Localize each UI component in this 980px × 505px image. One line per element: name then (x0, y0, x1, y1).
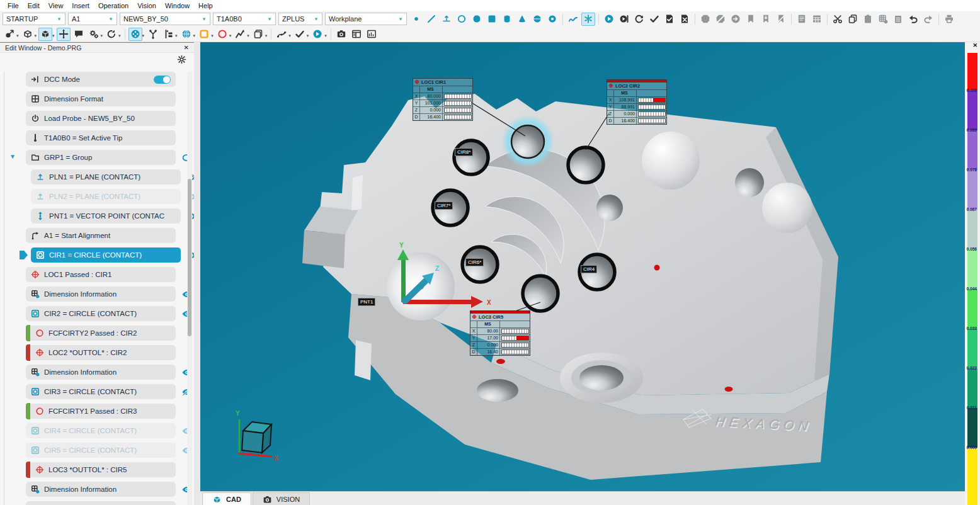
torus-feature-icon[interactable] (545, 13, 559, 26)
rotate-view-dropdown-icon[interactable]: ▾ (118, 33, 121, 38)
sidebar-item-grp1[interactable]: ▼GRP1 = Group (26, 150, 176, 165)
sidebar-item-dimension[interactable]: Dimension Information (26, 365, 176, 380)
sidebar-item-a1[interactable]: A1 = Start Alignment (26, 228, 176, 243)
mark-features-dropdown-icon[interactable]: ▾ (307, 33, 309, 38)
execute-program-icon[interactable] (602, 13, 616, 26)
snapshot-icon[interactable] (334, 28, 348, 41)
execute-feature-dropdown-icon[interactable]: ▾ (324, 33, 327, 38)
undo-icon[interactable] (906, 13, 920, 26)
bookmark-insert-icon[interactable] (759, 13, 773, 26)
cut-icon[interactable] (831, 13, 845, 26)
chart-window-icon[interactable] (365, 28, 379, 41)
menu-view[interactable]: View (44, 1, 68, 10)
measurement-label-loc1-cir1[interactable]: LOC1 CIR1MSX80.000Y101.000Z0.000D16.400 (413, 78, 473, 121)
sidebar-item-cir2[interactable]: CIR2 = CIRCLE (CONTACT) (26, 306, 176, 321)
measurement-label-loc3-cir5[interactable]: LOC3 CIR5MSX80.00Y17.00Z0.000D16.40 (470, 310, 530, 356)
feature-tag-pnt1[interactable]: PNT1 (358, 298, 375, 306)
tab-vision[interactable]: VISION (253, 492, 310, 505)
square-slot-feature-icon[interactable] (485, 13, 499, 26)
tab-cad[interactable]: CAD (202, 492, 251, 505)
orientation-cube[interactable]: Y X (236, 410, 278, 462)
sidebar-item-dimension[interactable]: Dimension Information (26, 482, 176, 497)
hole-cir2[interactable] (568, 147, 603, 183)
sidebar-item-load[interactable]: Load Probe - NEW5_BY_50 (26, 111, 176, 126)
command-button[interactable]: Dimension Information (26, 365, 176, 380)
curve-feature-icon[interactable] (566, 13, 580, 26)
command-button[interactable]: GRP1 = Group (26, 150, 176, 165)
command-button[interactable]: A1 = Start Alignment (26, 228, 176, 243)
part-model[interactable]: HEXAGON HEXAGON (302, 94, 838, 480)
sidebar-item-cir5[interactable]: CIR5 = CIRCLE (CONTACT) (26, 443, 176, 458)
command-button[interactable]: Load Probe - NEW5_BY_50 (26, 111, 176, 126)
menu-file[interactable]: File (3, 1, 23, 10)
expand-caret-icon[interactable]: ▼ (9, 154, 16, 160)
feature-tag-cir4[interactable]: CIR4 (581, 265, 597, 273)
sidebar-item-cir4[interactable]: CIR4 = CIRCLE (CONTACT) (26, 423, 176, 438)
menu-vision[interactable]: Vision (133, 1, 161, 10)
execute-from-cursor-icon[interactable] (617, 13, 631, 26)
menu-operation[interactable]: Operation (94, 1, 133, 10)
point-feature-icon[interactable] (409, 13, 423, 26)
probe-cluster-dropdown-icon[interactable]: ▾ (142, 33, 145, 38)
command-button[interactable]: PNT1 = VECTOR POINT (CONTAC (31, 208, 181, 224)
command-button[interactable]: CIR2 = CIRCLE (CONTACT) (26, 306, 176, 321)
cone-feature-icon[interactable] (515, 13, 529, 26)
sidebar-item-fcfcirty2[interactable]: FCFCIRTY2 Passed : CIR2 (26, 326, 176, 341)
auto-feature-icon[interactable] (581, 13, 595, 26)
wireframe-view-dropdown-icon[interactable]: ▾ (35, 33, 37, 38)
measurement-strategy-dropdown-icon[interactable]: ▾ (175, 33, 178, 38)
rotate-view-icon[interactable] (105, 28, 118, 41)
menu-help[interactable]: Help (194, 1, 217, 10)
circle-gage-dropdown-icon[interactable]: ▾ (229, 33, 232, 38)
dcc-mode-toggle[interactable] (154, 76, 171, 84)
sidebar-item-t1a0b0[interactable]: T1A0B0 = Set Active Tip (26, 130, 176, 145)
sidebar-item-loc1[interactable]: LOC1 Passed : CIR1 (26, 267, 176, 282)
command-button[interactable]: CIR6 = CIRCLE (CONTACT) (26, 501, 176, 505)
command-button[interactable]: PLN2 = PLANE (CONTACT) (31, 189, 181, 204)
command-button[interactable]: LOC3 *OUTTOL* : CIR5 (26, 462, 176, 477)
sidebar-item-pln2[interactable]: PLN2 = PLANE (CONTACT) (31, 189, 181, 204)
report-window-icon[interactable] (795, 13, 809, 26)
feature-tag-cir7[interactable]: CIR7* (435, 201, 453, 210)
probe-cluster-icon[interactable] (128, 28, 142, 41)
command-button[interactable]: FCFCIRTY2 Passed : CIR2 (26, 326, 176, 341)
command-button[interactable]: CIR5 = CIRCLE (CONTACT) (26, 443, 176, 458)
command-button[interactable]: LOC1 Passed : CIR1 (26, 267, 176, 282)
feature-tag-cir8[interactable]: CIR8* (455, 148, 473, 156)
menu-edit[interactable]: Edit (23, 1, 44, 10)
command-button[interactable]: DCC Mode (26, 72, 176, 87)
sidebar-item-dimension[interactable]: Dimension Information (26, 287, 176, 302)
circle-feature-icon[interactable] (455, 13, 469, 26)
graph-analysis-icon[interactable] (233, 28, 247, 41)
feature-tag-cir6[interactable]: CIR6* (465, 258, 484, 266)
program-combo[interactable]: STARTUP▼ (3, 13, 66, 25)
workplane-label-combo[interactable]: Workplane▼ (325, 13, 407, 25)
sidebar-item-pln1[interactable]: PLN1 = PLANE (CONTACT) (31, 169, 181, 184)
copy-icon[interactable] (846, 13, 860, 26)
scale-close-icon[interactable]: ✕ (972, 42, 977, 48)
sidebar-item-cir1[interactable]: CIR1 = CIRCLE (CONTACT) (31, 247, 181, 263)
paste-with-pattern-icon[interactable] (876, 13, 890, 26)
command-button[interactable]: Dimension Format (26, 91, 176, 106)
path-points-icon[interactable] (275, 28, 288, 41)
stop-disabled-icon[interactable] (714, 13, 727, 26)
measurement-strategy-icon[interactable] (161, 28, 175, 41)
report-template-icon[interactable] (810, 13, 824, 26)
cad-viewport[interactable]: HEXAGON HEXAGON Y X Z (200, 42, 965, 491)
clipboard-pattern-icon[interactable] (891, 13, 905, 26)
optimize-settings-icon[interactable] (87, 28, 101, 41)
sidebar-item-cir3[interactable]: CIR3 = CIRCLE (CONTACT) (26, 384, 176, 399)
continue-execution-icon[interactable] (729, 13, 743, 26)
sidebar-item-dcc[interactable]: DCC Mode (26, 72, 176, 87)
line-feature-icon[interactable] (424, 13, 438, 26)
optimize-settings-dropdown-icon[interactable]: ▾ (101, 33, 103, 38)
wireframe-view-icon[interactable] (21, 28, 35, 41)
paste-icon[interactable] (861, 13, 875, 26)
path-points-dropdown-icon[interactable]: ▾ (288, 33, 291, 38)
close-icon[interactable]: ✕ (184, 44, 189, 51)
execute-feature-icon[interactable] (311, 28, 324, 41)
round-slot-feature-icon[interactable] (470, 13, 484, 26)
workplane-combo[interactable]: ZPLUS▼ (278, 13, 322, 25)
report-layout-window-icon[interactable] (350, 28, 363, 41)
redo-icon[interactable] (921, 13, 935, 26)
